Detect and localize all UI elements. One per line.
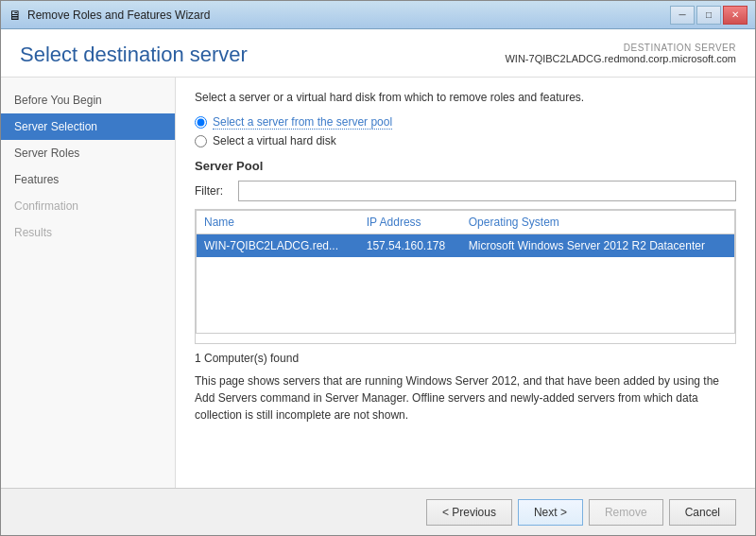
previous-button[interactable]: < Previous	[426, 499, 512, 526]
info-text: This page shows servers that are running…	[195, 372, 736, 424]
server-table-container: Name IP Address Operating System WIN-7QI…	[195, 209, 736, 344]
sidebar-item-results: Results	[1, 219, 175, 246]
remove-button: Remove	[589, 499, 663, 526]
sidebar: Before You BeginServer SelectionServer R…	[1, 78, 176, 488]
table-empty-row-3	[197, 295, 735, 314]
title-bar: 🖥 Remove Roles and Features Wizard ─ □ ✕	[1, 1, 755, 29]
minimize-button[interactable]: ─	[670, 6, 695, 25]
table-empty-row-4	[197, 314, 735, 333]
wizard-window: 🖥 Remove Roles and Features Wizard ─ □ ✕…	[0, 0, 756, 536]
close-button[interactable]: ✕	[723, 6, 747, 25]
filter-input[interactable]	[238, 181, 736, 201]
col-ip: IP Address	[359, 211, 461, 234]
sidebar-item-server-selection[interactable]: Server Selection	[1, 113, 175, 140]
cancel-button[interactable]: Cancel	[669, 499, 736, 526]
sidebar-item-server-roles[interactable]: Server Roles	[1, 140, 175, 166]
filter-row: Filter:	[195, 181, 736, 201]
page-content: Select a server or a virtual hard disk f…	[176, 78, 755, 488]
page-description: Select a server or a virtual hard disk f…	[195, 91, 736, 104]
server-pool-label: Server Pool	[195, 159, 736, 173]
sidebar-item-features[interactable]: Features	[1, 166, 175, 193]
title-bar-title: Remove Roles and Features Wizard	[27, 9, 210, 22]
cell-name: WIN-7QIBC2LADCG.red...	[197, 234, 359, 258]
radio-vhd-label[interactable]: Select a virtual hard disk	[213, 134, 336, 147]
destination-server-info: DESTINATION SERVER WIN-7QIBC2LADCG.redmo…	[505, 43, 736, 64]
radio-pool-input[interactable]	[195, 116, 207, 129]
sidebar-item-before-you-begin[interactable]: Before You Begin	[1, 87, 175, 113]
col-os: Operating System	[461, 211, 735, 234]
cell-ip: 157.54.160.178	[359, 234, 461, 258]
title-bar-controls: ─ □ ✕	[670, 6, 747, 25]
col-name: Name	[197, 211, 359, 234]
destination-server-label: DESTINATION SERVER	[505, 43, 736, 53]
title-bar-icon: 🖥	[9, 8, 22, 23]
radio-group: Select a server from the server pool Sel…	[195, 115, 736, 147]
cell-os: Microsoft Windows Server 2012 R2 Datacen…	[461, 234, 735, 258]
content-area: Select destination server DESTINATION SE…	[1, 29, 755, 535]
radio-vhd-input[interactable]	[195, 135, 207, 147]
table-header-row: Name IP Address Operating System	[197, 211, 735, 234]
maximize-button[interactable]: □	[696, 6, 721, 25]
sidebar-item-confirmation: Confirmation	[1, 193, 175, 219]
table-empty-row-1	[197, 257, 735, 276]
radio-pool-label[interactable]: Select a server from the server pool	[213, 115, 392, 130]
found-text: 1 Computer(s) found	[195, 352, 736, 365]
radio-option-pool[interactable]: Select a server from the server pool	[195, 115, 736, 130]
table-empty-row-2	[197, 276, 735, 295]
radio-option-vhd[interactable]: Select a virtual hard disk	[195, 134, 736, 147]
main-body: Before You BeginServer SelectionServer R…	[1, 78, 755, 488]
table-row[interactable]: WIN-7QIBC2LADCG.red... 157.54.160.178 Mi…	[197, 234, 735, 258]
server-table: Name IP Address Operating System WIN-7QI…	[196, 210, 735, 334]
destination-server-name: WIN-7QIBC2LADCG.redmond.corp.microsoft.c…	[505, 53, 736, 64]
page-title: Select destination server	[20, 43, 248, 67]
filter-label: Filter:	[195, 184, 232, 198]
footer: < Previous Next > Remove Cancel	[1, 488, 755, 535]
page-header: Select destination server DESTINATION SE…	[1, 29, 755, 78]
title-bar-left: 🖥 Remove Roles and Features Wizard	[9, 8, 210, 23]
next-button[interactable]: Next >	[518, 499, 583, 526]
page-title-text: Select destination server	[20, 43, 248, 66]
